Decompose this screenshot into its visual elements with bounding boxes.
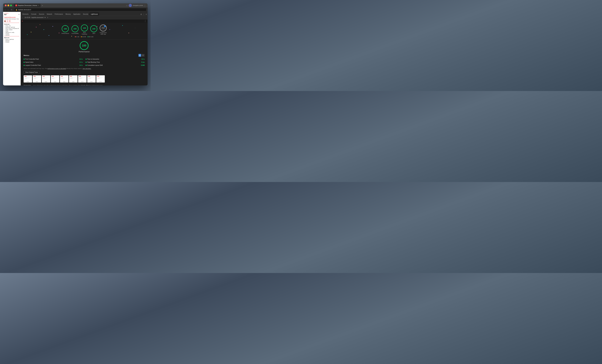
site-logo: b d ≡	[4, 13, 20, 16]
film-thumb-5	[60, 75, 68, 81]
tab-close-button[interactable]: ×	[38, 5, 39, 6]
tab-application[interactable]: Application	[72, 12, 82, 16]
lcp-value: 1.6 s	[79, 64, 83, 66]
settings-icon[interactable]: ⚙	[140, 13, 142, 15]
new-tab-button[interactable]: +	[41, 4, 43, 7]
values-note: Values are estimated and may vary. The p…	[24, 68, 145, 70]
big-score-circle: 100	[80, 41, 88, 50]
film-thumb-content-6	[69, 76, 77, 81]
film-thumb-8	[87, 75, 96, 81]
legend-green-dot	[88, 36, 88, 37]
tab-sources[interactable]: Sources	[38, 12, 45, 16]
tti-dot	[86, 59, 86, 60]
section-divider-frontend	[4, 23, 20, 23]
site-name-part1: baptiste	[4, 17, 9, 18]
tab-title: Baptiste Devessier | Home	[18, 5, 37, 6]
tti-name: Time to Interactive	[87, 58, 141, 60]
film-timestamp-2: 0.6 s	[33, 81, 41, 83]
profile-button[interactable]: 👤	[129, 4, 132, 7]
film-thumb-content-9	[97, 76, 104, 81]
skill-html-css: HTML, CSS	[4, 25, 20, 26]
devtools-refresh-icon[interactable]: ↻	[47, 17, 48, 18]
site-name-part2: devessier	[10, 17, 16, 18]
accessibility-score: 100	[74, 28, 77, 30]
site-subtitle: Full Stack Web Developer, Paris	[4, 19, 20, 20]
list-view-button[interactable]: ☰	[141, 54, 145, 57]
devtools-urlbar: ● ⋮	[21, 19, 148, 23]
more-devtools-icon[interactable]: ⋮	[143, 13, 145, 15]
backend-section-title: Back-end	[4, 37, 20, 38]
tab-security[interactable]: Security	[82, 12, 89, 16]
big-score-value: 100	[82, 44, 86, 47]
film-frame-3: 0.9 s	[42, 75, 50, 83]
skill-xstate: XState	[4, 31, 20, 32]
github-icon[interactable]: ⎇	[7, 20, 8, 22]
devtools-back-button[interactable]: ←	[22, 17, 23, 18]
film-timestamp-4: 1.2 s	[51, 81, 59, 83]
tab-memory[interactable]: Memory	[64, 12, 72, 16]
tab-lighthouse[interactable]: Lighthouse	[89, 12, 99, 16]
lighthouse-content[interactable]: 100 Performance 100 Accessibility	[21, 23, 148, 86]
close-button[interactable]	[5, 5, 7, 6]
metrics-grid: First Contentful Paint 1.5 s Time to Int…	[24, 58, 145, 66]
tbt-value: 0 ms	[141, 61, 145, 63]
film-frame-1: 0.3 s	[24, 75, 32, 83]
close-devtools-icon[interactable]: ✕	[146, 13, 147, 15]
film-timestamp-1: 0.3 s	[24, 81, 32, 83]
forward-button[interactable]: ›	[7, 8, 9, 11]
active-browser-tab[interactable]: Baptiste Devessier | Home ×	[14, 4, 41, 7]
tab-network[interactable]: Network	[46, 12, 53, 16]
bookmark-icon[interactable]: ☆	[126, 4, 128, 7]
legend-fail-label: 0–49	[76, 36, 79, 38]
tab-console[interactable]: Console	[30, 12, 38, 16]
directly-affect-link[interactable]: directly affect	[81, 85, 89, 86]
portfolio-icon[interactable]: 💼	[4, 20, 6, 22]
metrics-header: Metrics ≡ ☰	[24, 54, 145, 57]
film-thumb-7	[78, 75, 86, 81]
si-dot	[24, 62, 25, 63]
lcp-name: Largest Contentful Paint	[25, 64, 79, 66]
score-performance: 100 Performance	[62, 25, 69, 34]
film-frame-9: 2.7 s	[96, 75, 105, 83]
score-calculation-link[interactable]: performance score is calculated	[47, 68, 66, 69]
skill-graphql-fe: GraphQL	[4, 33, 20, 34]
metric-tbt: Total Blocking Time 0 ms	[86, 61, 145, 64]
film-thumb-content-7	[78, 76, 86, 81]
tab-performance[interactable]: Performance	[54, 12, 64, 16]
minimize-button[interactable]	[8, 5, 9, 6]
legend-pass-label: 90–100	[89, 36, 93, 38]
lock-icon: 🔒	[16, 9, 17, 11]
score-pwa: PWA ✓ ProgressiveWeb App	[100, 24, 107, 35]
cls-value: 0.048	[141, 64, 145, 66]
fcp-value: 1.5 s	[79, 58, 83, 60]
mail-icon[interactable]: ✉	[9, 20, 11, 22]
svg-text:b: b	[4, 13, 5, 16]
pwa-label: ProgressiveWeb App	[100, 32, 107, 35]
url-input[interactable]: 🔒 baptiste.devessier.fr	[14, 8, 146, 11]
site-favicon-urlbar: ●	[22, 20, 23, 22]
skill-js-ts: JavaScript, TypeScript	[4, 27, 20, 28]
metric-lcp: Largest Contentful Paint 1.6 s	[24, 64, 83, 66]
film-timestamp-7: 2.1 s	[78, 81, 86, 83]
film-frame-5: 1.5 s	[60, 75, 68, 83]
more-options-icon[interactable]: ⋮	[144, 4, 146, 7]
devtools-toolbar: ← 16:43:09 - baptiste.devessier.i ▼ ↻	[21, 16, 148, 19]
score-best-practices: 100 BestPractices	[81, 24, 88, 35]
tab-elements[interactable]: Elements	[21, 12, 30, 16]
view-original-trace-button[interactable]: View Original Trace	[24, 71, 40, 74]
calculator-link[interactable]: See calculator.	[83, 68, 91, 69]
reload-button[interactable]: ↻	[10, 8, 13, 11]
logo-svg: b d	[4, 13, 9, 16]
back-button[interactable]: ‹	[4, 8, 6, 11]
private-mode-label: Navigation privée	[133, 5, 143, 6]
score-seo: 100 SEO	[90, 25, 97, 34]
film-frame-2: 0.6 s	[33, 75, 41, 83]
pwa-badge: ✓	[104, 25, 106, 27]
performance-score-big: 100 Performance	[24, 41, 145, 53]
urlbar-more-icon[interactable]: ⋮	[144, 20, 146, 22]
menu-icon[interactable]: ≡	[19, 13, 20, 15]
maximize-button[interactable]	[10, 5, 12, 6]
legend-red-dot	[75, 36, 76, 37]
film-thumb-content-1	[24, 76, 32, 81]
grid-view-button[interactable]: ≡	[139, 54, 141, 57]
